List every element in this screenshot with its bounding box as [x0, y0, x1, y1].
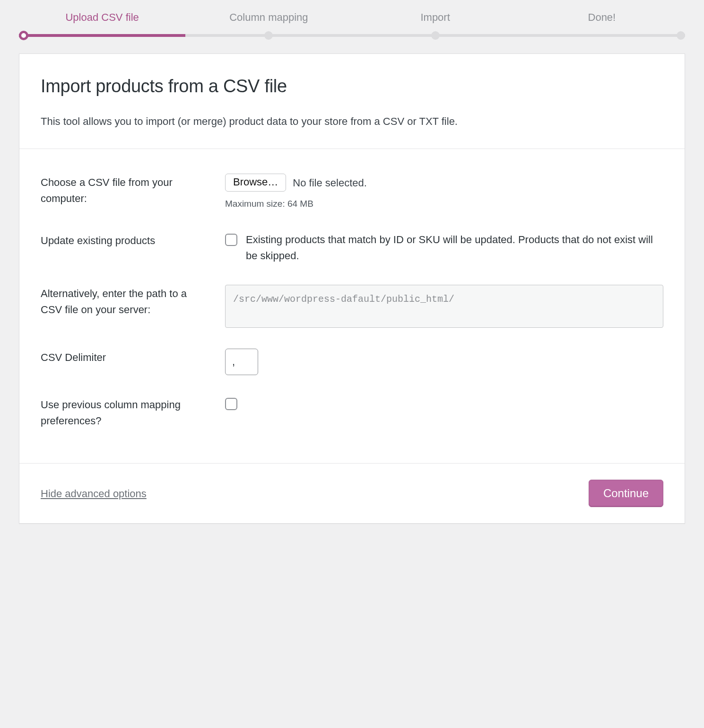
- step-dot-icon: [431, 31, 440, 40]
- delimiter-label: CSV Delimiter: [41, 349, 211, 366]
- advanced-options-link[interactable]: Hide advanced options: [41, 486, 147, 501]
- continue-button[interactable]: Continue: [589, 480, 663, 507]
- import-card: Import products from a CSV file This too…: [19, 53, 685, 524]
- browse-button[interactable]: Browse…: [225, 174, 286, 192]
- update-existing-checkbox[interactable]: [225, 234, 237, 246]
- server-path-label: Alternatively, enter the path to a CSV f…: [41, 285, 211, 318]
- delimiter-input[interactable]: [225, 349, 258, 375]
- step-dot-icon: [264, 31, 273, 40]
- choose-file-label: Choose a CSV file from your computer:: [41, 174, 211, 207]
- step-dot-icon: [19, 31, 28, 40]
- page-description: This tool allows you to import (or merge…: [41, 113, 663, 130]
- prev-mapping-checkbox[interactable]: [225, 398, 237, 410]
- page-title: Import products from a CSV file: [41, 73, 663, 100]
- step-mapping[interactable]: Column mapping: [185, 9, 352, 25]
- step-dot-icon: [677, 31, 685, 40]
- update-existing-description: Existing products that match by ID or SK…: [246, 232, 663, 264]
- prev-mapping-label: Use previous column mapping preferences?: [41, 396, 211, 429]
- step-upload[interactable]: Upload CSV file: [19, 9, 185, 25]
- step-import[interactable]: Import: [352, 9, 519, 25]
- progress-stepper: Upload CSV file Column mapping Import Do…: [0, 0, 704, 39]
- server-path-input[interactable]: [225, 285, 663, 328]
- update-existing-label: Update existing products: [41, 232, 211, 249]
- step-done[interactable]: Done!: [519, 9, 685, 25]
- file-status: No file selected.: [293, 175, 367, 191]
- max-size-hint: Maximum size: 64 MB: [225, 197, 663, 211]
